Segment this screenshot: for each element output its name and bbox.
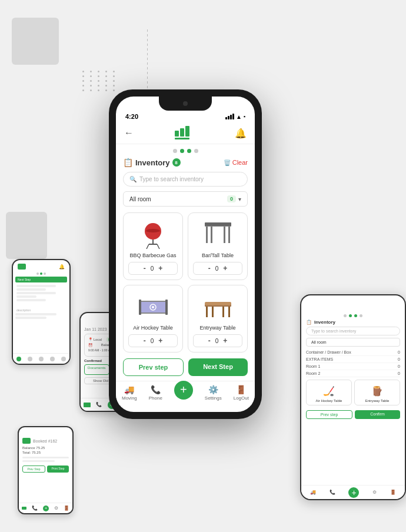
svg-rect-26 [222,307,224,317]
sbl-logo [22,438,31,444]
sp-nav-5 [61,357,66,361]
spr-item-list: Container / Drawer / Box 0 EXTRA ITEMS 0… [301,349,405,377]
item-card-bar-table: Bar/Tall Table - 0 + [188,212,248,280]
sbl-bottom-nav: 📞 + ⚙ 🚪 [19,503,72,513]
spr-entry-img: 🪵 [357,383,397,399]
spr-item-grid: 🏒 Air Hockey Table 🪵 Entryway Table [301,377,405,408]
small-phone-left: 🔔 Next Step description [12,259,71,365]
prev-step-button[interactable]: Prev step [123,358,184,376]
inventory-label: Inventory [135,158,170,167]
bar-table-increment[interactable]: + [223,264,227,272]
sbl-nav-logo [22,507,26,510]
svg-point-9 [146,229,160,232]
camera [183,101,188,106]
small-phone-right: 📋 Inventory Type to search inventory All… [300,294,406,500]
prog-dot-4 [194,149,198,153]
nav-moving-label: Moving [122,395,137,401]
spr-hockey-name: Air Hockey Table [309,399,349,403]
hockey-increment[interactable]: + [158,337,162,345]
spr-card-entry: 🪵 Entryway Table [354,380,400,405]
search-bar[interactable]: 🔍 Type to search inventory [123,172,248,187]
bar-table-qty: 0 [215,265,219,272]
nav-item-moving[interactable]: 🚚 Moving [122,385,137,401]
spr-filter[interactable]: All room [306,338,400,347]
progress-dots [116,144,255,158]
signal-bar-2 [228,116,229,119]
prog-dot-2 [180,149,184,153]
back-button[interactable]: ← [124,128,134,138]
hockey-decrement[interactable]: - [144,337,146,345]
svg-rect-27 [205,302,231,305]
item-card-bbq: BBQ Barbecue Gas - 0 + [123,212,183,280]
clear-button[interactable]: 🗑️ Clear [224,159,248,166]
bell-button[interactable]: 🔔 [235,128,247,139]
hockey-image [128,290,178,322]
spr-search[interactable]: Type to search inventory [306,327,400,335]
sbl-btn-1[interactable]: Prev Step [22,466,45,473]
spr-nav-moving: 🚚 [310,490,316,495]
bar-table-image [193,218,242,250]
next-step-button[interactable]: Next Step [188,358,248,376]
phone-header: ← 🔔 [116,122,255,144]
item-grid: BBQ Barbecue Gas - 0 + [123,212,248,353]
sbl-nav-settings: ⚙ [54,506,58,511]
main-phone-screen: 4:20 ▲ ▪ ← [116,97,255,412]
room-filter[interactable]: All room 0 ▾ [123,191,248,207]
spr-dot-3 [354,314,357,317]
wifi-icon: ▲ [236,114,242,120]
spr-item-row-2: EXTRA ITEMS 0 [306,356,400,363]
svg-rect-15 [205,222,231,226]
bar-table-svg [202,220,234,249]
entryway-increment[interactable]: + [223,337,227,345]
bar-table-counter: - 0 + [193,262,242,275]
svg-rect-3 [175,138,189,139]
status-time: 4:20 [125,113,138,120]
sbl-nav-plus: + [43,506,49,511]
sp-nav-2 [28,357,32,361]
inventory-icon: 📋 [123,158,133,167]
bbq-decrement[interactable]: - [144,264,146,272]
spr-bottom-nav: 🚚 📞 + ⚙ 🚪 [301,485,405,499]
spm-documents-btn[interactable]: Documents [84,364,109,375]
sp-text-6 [15,313,56,315]
bbq-svg [138,220,168,249]
spr-prev-btn[interactable]: Prev step [306,410,352,419]
moving-icon: 🚚 [124,385,134,394]
bar-table-decrement[interactable]: - [208,264,211,272]
status-icons: ▲ ▪ [225,114,245,120]
spm-time-label: ⏰ [88,343,92,347]
spr-item-row-3: Room 1 0 [306,363,400,370]
nav-plus-button[interactable]: + [174,381,193,400]
nav-item-logout[interactable]: 🚪 LogOut [234,385,249,401]
item-card-hockey: Air Hockey Table - 0 + [123,285,183,353]
signal-bars [225,114,234,119]
sp-text-1 [16,285,56,287]
bbq-name: BBQ Barbecue Gas [128,252,178,258]
sp-dot-2 [40,272,42,275]
small-phone-bottom-left: Booked #162 Balance 75.25 Total: 75.25 P… [18,426,74,514]
bg-dots-1: // Will be generated dynamically [82,71,118,91]
entryway-qty: 0 [215,338,219,344]
spr-next-btn[interactable]: Confirm [355,410,400,419]
bottom-nav: 🚚 Moving 📞 Phone + ⚙️ Settings 🚪 LogOut [116,381,255,405]
nav-item-phone[interactable]: 📞 Phone [149,385,162,401]
signal-bar-3 [230,115,232,119]
nav-item-settings[interactable]: ⚙️ Settings [205,385,222,401]
spm-nav-logo [84,403,91,407]
entryway-counter: - 0 + [193,334,242,347]
inventory-title: 📋 Inventory 8 [123,158,181,167]
logo-svg [175,126,194,140]
svg-rect-14 [224,227,225,243]
sp-bottom-nav [13,353,69,364]
bbq-increment[interactable]: + [158,264,162,272]
nav-phone-label: Phone [149,395,162,401]
spr-progress-dots [301,312,405,320]
sp-left-bell: 🔔 [59,264,65,270]
hockey-qty: 0 [151,338,154,344]
bar-table-name: Bar/Tall Table [193,252,242,258]
entryway-decrement[interactable]: - [208,337,211,345]
action-buttons: Prev step Next Step [116,353,255,381]
sbl-btn-2[interactable]: Print Step [47,466,69,473]
sbl-nav-phone: 📞 [32,506,38,511]
entryway-name: Entryway Table [193,325,242,331]
